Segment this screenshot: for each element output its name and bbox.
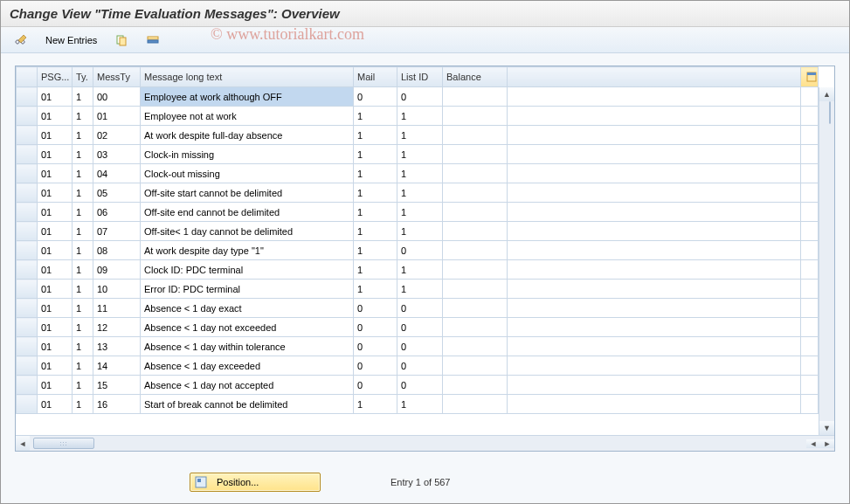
cell-message[interactable]: Clock ID: PDC terminal	[141, 260, 354, 280]
cell-message[interactable]: Off-site start cannot be delimited	[141, 183, 354, 203]
cell-ty[interactable]: 1	[73, 145, 93, 164]
cell-mail[interactable]: 1	[354, 241, 397, 260]
cell-pad[interactable]	[801, 260, 819, 280]
cell-messty[interactable]: 00	[93, 87, 141, 107]
cell-psg[interactable]: 01	[38, 87, 73, 107]
position-button[interactable]: Position...	[190, 473, 321, 492]
configure-columns-button[interactable]	[801, 67, 819, 87]
cell-ty[interactable]: 1	[73, 337, 93, 356]
cell-messty[interactable]: 11	[93, 299, 141, 318]
cell-balance[interactable]	[443, 376, 508, 395]
cell-ty[interactable]: 1	[73, 203, 93, 222]
cell-pad[interactable]	[801, 87, 819, 107]
cell-blank[interactable]	[508, 337, 801, 356]
scroll-right-button[interactable]: ►	[820, 439, 834, 448]
cell-balance[interactable]	[443, 260, 508, 280]
scroll-up-button[interactable]: ▲	[819, 87, 834, 101]
cell-mail[interactable]: 0	[354, 87, 397, 107]
col-header-mail[interactable]: Mail	[354, 67, 397, 87]
row-selector[interactable]	[17, 241, 38, 260]
cell-blank[interactable]	[508, 356, 801, 376]
cell-messty[interactable]: 08	[93, 241, 141, 260]
cell-ty[interactable]: 1	[73, 183, 93, 203]
table-row[interactable]: 01100Employee at work although OFF00	[17, 87, 819, 107]
copy-as-button[interactable]	[108, 31, 135, 50]
cell-message[interactable]: Clock-in missing	[141, 145, 354, 164]
col-header-psg[interactable]: PSG...	[38, 67, 73, 87]
cell-ty[interactable]: 1	[73, 107, 93, 126]
row-selector[interactable]	[17, 395, 38, 414]
cell-pad[interactable]	[801, 299, 819, 318]
cell-messty[interactable]: 09	[93, 260, 141, 280]
cell-psg[interactable]: 01	[38, 376, 73, 395]
cell-psg[interactable]: 01	[38, 164, 73, 183]
cell-listid[interactable]: 1	[397, 280, 443, 299]
cell-message[interactable]: Off-site end cannot be delimited	[141, 203, 354, 222]
cell-message[interactable]: Error ID: PDC terminal	[141, 280, 354, 299]
cell-blank[interactable]	[508, 107, 801, 126]
row-selector[interactable]	[17, 87, 38, 107]
cell-balance[interactable]	[443, 241, 508, 260]
col-header-listid[interactable]: List ID	[397, 67, 443, 87]
cell-listid[interactable]: 1	[397, 164, 443, 183]
cell-messty[interactable]: 07	[93, 222, 141, 241]
cell-listid[interactable]: 1	[397, 183, 443, 203]
cell-blank[interactable]	[508, 164, 801, 183]
table-row[interactable]: 01104Clock-out missing11	[17, 164, 819, 183]
cell-mail[interactable]: 1	[354, 203, 397, 222]
cell-pad[interactable]	[801, 145, 819, 164]
cell-balance[interactable]	[443, 203, 508, 222]
cell-message[interactable]: Employee not at work	[141, 107, 354, 126]
delete-button[interactable]	[140, 31, 166, 50]
cell-psg[interactable]: 01	[38, 280, 73, 299]
col-header-balance[interactable]: Balance	[443, 67, 508, 87]
cell-message[interactable]: Off-site< 1 day cannot be delimited	[141, 222, 354, 241]
row-selector[interactable]	[17, 299, 38, 318]
cell-psg[interactable]: 01	[38, 183, 73, 203]
vertical-scrollbar[interactable]: ▲ ▼	[819, 87, 834, 435]
cell-mail[interactable]: 1	[354, 395, 397, 414]
cell-psg[interactable]: 01	[38, 395, 73, 414]
table-row[interactable]: 01112Absence < 1 day not exceeded00	[17, 318, 819, 337]
cell-blank[interactable]	[508, 299, 801, 318]
cell-pad[interactable]	[801, 222, 819, 241]
cell-balance[interactable]	[443, 164, 508, 183]
cell-balance[interactable]	[443, 222, 508, 241]
cell-ty[interactable]: 1	[73, 299, 93, 318]
cell-listid[interactable]: 0	[397, 376, 443, 395]
cell-pad[interactable]	[801, 356, 819, 376]
cell-psg[interactable]: 01	[38, 222, 73, 241]
cell-pad[interactable]	[801, 241, 819, 260]
cell-listid[interactable]: 0	[397, 241, 443, 260]
cell-balance[interactable]	[443, 280, 508, 299]
cell-mail[interactable]: 0	[354, 299, 397, 318]
cell-blank[interactable]	[508, 126, 801, 145]
row-selector[interactable]	[17, 107, 38, 126]
cell-ty[interactable]: 1	[73, 395, 93, 414]
cell-pad[interactable]	[801, 395, 819, 414]
cell-messty[interactable]: 10	[93, 280, 141, 299]
cell-pad[interactable]	[801, 164, 819, 183]
cell-messty[interactable]: 16	[93, 395, 141, 414]
cell-psg[interactable]: 01	[38, 145, 73, 164]
table-row[interactable]: 01101Employee not at work11	[17, 107, 819, 126]
horizontal-scrollbar[interactable]: ◄ ::: ◄ ►	[16, 435, 834, 451]
cell-ty[interactable]: 1	[73, 126, 93, 145]
cell-pad[interactable]	[801, 280, 819, 299]
row-selector[interactable]	[17, 280, 38, 299]
cell-message[interactable]: Employee at work although OFF	[141, 87, 354, 107]
row-selector[interactable]	[17, 260, 38, 280]
cell-listid[interactable]: 1	[397, 107, 443, 126]
toggle-display-change-button[interactable]	[8, 31, 34, 50]
col-header-message[interactable]: Message long text	[141, 67, 354, 87]
cell-message[interactable]: Absence < 1 day not exceeded	[141, 318, 354, 337]
cell-balance[interactable]	[443, 107, 508, 126]
cell-pad[interactable]	[801, 318, 819, 337]
table-row[interactable]: 01106Off-site end cannot be delimited11	[17, 203, 819, 222]
cell-messty[interactable]: 03	[93, 145, 141, 164]
cell-psg[interactable]: 01	[38, 107, 73, 126]
cell-listid[interactable]: 0	[397, 337, 443, 356]
table-row[interactable]: 01115Absence < 1 day not accepted00	[17, 376, 819, 395]
cell-psg[interactable]: 01	[38, 126, 73, 145]
cell-listid[interactable]: 0	[397, 87, 443, 107]
